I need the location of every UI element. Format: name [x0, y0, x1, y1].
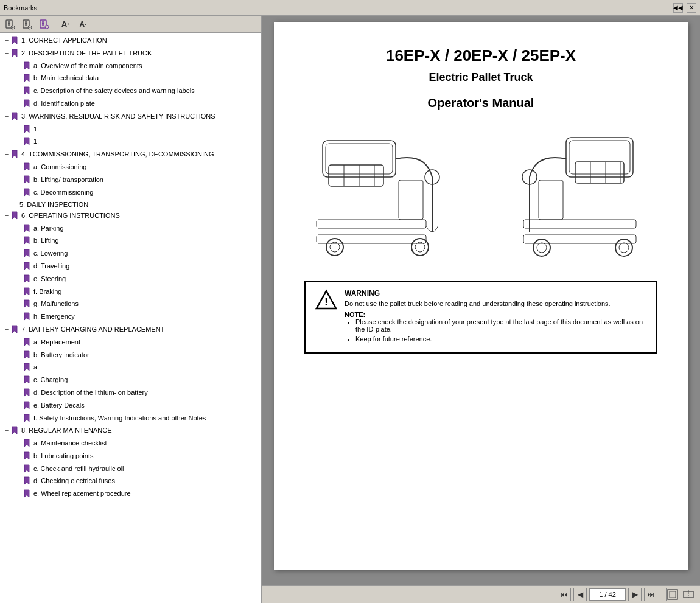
tree-item-ch3b[interactable]: 1.: [0, 136, 261, 149]
truck-left-illustration: [304, 128, 475, 262]
document-page: 16EP-X / 20EP-X / 25EP-X Electric Pallet…: [274, 22, 688, 570]
tree-item-ch6d[interactable]: d. Travelling: [0, 261, 261, 274]
tree-item-ch2c[interactable]: c. Description of the safety devices and…: [0, 86, 261, 99]
tree-item-ch8[interactable]: −8. REGULAR MAINTENANCE: [0, 425, 261, 438]
warning-text: Do not use the pallet truck before readi…: [345, 300, 646, 307]
tree-item-ch8c[interactable]: c. Check and refill hydraulic oil: [0, 464, 261, 476]
tree-item-ch2a[interactable]: a. Overview of the main components: [0, 61, 261, 74]
tree-label-ch5: 5. DAILY INSPECTION: [19, 200, 261, 209]
collapse-sidebar-button[interactable]: ◀◀: [673, 3, 683, 13]
tree-label-ch8c: c. Check and refill hydraulic oil: [33, 464, 261, 473]
warning-bullets: Please check the designation of your pre…: [345, 318, 646, 343]
tree-item-ch6f[interactable]: f. Braking: [0, 287, 261, 299]
bookmark-options1-icon[interactable]: [19, 18, 34, 31]
fit-page-button[interactable]: [666, 588, 679, 601]
svg-rect-68: [566, 138, 633, 177]
tree-toggle-ch6[interactable]: −: [2, 211, 11, 220]
next-page-button[interactable]: ▶: [628, 588, 642, 601]
bookmark-icon-ch2c: [23, 86, 32, 98]
tree-label-ch3a: 1.: [33, 125, 261, 134]
tree-item-ch7f[interactable]: f. Safety Instructions, Warning Indicati…: [0, 413, 261, 426]
tree-item-ch7ba[interactable]: a.: [0, 362, 261, 375]
tree-item-ch7c[interactable]: c. Charging: [0, 375, 261, 388]
svg-marker-52: [24, 477, 29, 484]
tree-item-ch6h[interactable]: h. Emergency: [0, 312, 261, 324]
svg-marker-44: [24, 376, 29, 383]
tree-item-ch5[interactable]: 5. DAILY INSPECTION: [0, 200, 261, 210]
tree-label-ch4c: c. Decommissioning: [33, 188, 261, 197]
tree-item-ch6b[interactable]: b. Lifting: [0, 235, 261, 248]
tree-item-ch4[interactable]: −4. TCOMMISSIONING, TRANSPORTING, DECOMM…: [0, 149, 261, 162]
tree-item-ch8a[interactable]: a. Maintenance checklist: [0, 438, 261, 451]
tree-item-ch6g[interactable]: g. Malfunctions: [0, 299, 261, 312]
bookmark-icon-ch2d: [23, 99, 32, 111]
tree-toggle-ch1[interactable]: −: [2, 36, 11, 45]
bookmark-icon-ch7f: [23, 414, 32, 425]
tree-item-ch6e[interactable]: e. Steering: [0, 274, 261, 287]
tree-item-ch8b[interactable]: b. Lubricating points: [0, 451, 261, 464]
svg-rect-70: [575, 162, 624, 183]
bookmark-icon-ch4: [11, 150, 19, 161]
tree-item-ch7e[interactable]: e. Battery Decals: [0, 400, 261, 413]
tree-label-ch4: 4. TCOMMISSIONING, TRANSPORTING, DECOMMI…: [21, 150, 261, 159]
tree-item-ch8e[interactable]: e. Wheel replacement procedure: [0, 489, 261, 501]
bookmark-icon-ch2: [11, 49, 19, 60]
tree-label-ch6f: f. Braking: [33, 287, 261, 296]
tree-item-ch7d[interactable]: d. Description of the lithium-ion batter…: [0, 388, 261, 400]
bookmark-new-icon[interactable]: [2, 18, 17, 31]
tree-item-ch8d[interactable]: d. Checking electrical fuses: [0, 476, 261, 489]
tree-item-ch4c[interactable]: c. Decommissioning: [0, 187, 261, 200]
svg-rect-81: [539, 180, 563, 220]
tree-item-ch4b[interactable]: b. Lifting/ transportation: [0, 175, 261, 187]
tree-item-ch6a[interactable]: a. Parking: [0, 223, 261, 236]
tree-label-ch8e: e. Wheel replacement procedure: [33, 489, 261, 498]
tree-toggle-ch4[interactable]: −: [2, 150, 11, 159]
tree-toggle-ch8[interactable]: −: [2, 426, 11, 435]
last-page-button[interactable]: ⏭: [644, 588, 657, 601]
tree-item-ch7a[interactable]: a. Replacement: [0, 337, 261, 350]
bullet-2: Keep for future reference.: [355, 335, 646, 343]
bookmark-icon-ch8b: [23, 451, 32, 463]
model-title: 16EP-X / 20EP-X / 25EP-X: [304, 46, 657, 65]
tree-item-ch4a[interactable]: a. Commissioning: [0, 162, 261, 175]
tree-item-ch6[interactable]: −6. OPERATING INSTRUCTIONS: [0, 211, 261, 223]
tree-toggle-ch7[interactable]: −: [2, 325, 11, 334]
bookmark-icon-ch7b: [23, 350, 32, 362]
page-container: 16EP-X / 20EP-X / 25EP-X Electric Pallet…: [262, 16, 700, 585]
tree-item-ch7[interactable]: −7. BATTERY CHARGING AND REPLACEMENT: [0, 324, 261, 337]
tree-item-ch2d[interactable]: d. Identification plate: [0, 99, 261, 111]
svg-point-17: [45, 25, 49, 29]
text-smaller-button[interactable]: A-: [75, 18, 90, 31]
svg-marker-26: [24, 138, 29, 145]
bookmark-options2-icon[interactable]: [37, 18, 51, 31]
tree-label-ch4a: a. Commissioning: [33, 162, 261, 172]
tree-item-ch2[interactable]: −2. DESCRIPTION OF THE PALLET TRUCK: [0, 48, 261, 61]
tree-toggle-ch3[interactable]: −: [2, 112, 11, 121]
close-sidebar-button[interactable]: ✕: [687, 3, 696, 13]
bookmark-icon-ch8: [11, 426, 19, 437]
fit-width-button[interactable]: [682, 588, 695, 601]
svg-point-58: [326, 239, 343, 256]
tree-item-ch6c[interactable]: c. Lowering: [0, 248, 261, 261]
svg-marker-25: [24, 125, 29, 133]
bookmark-icon-ch8d: [23, 476, 32, 488]
tree-label-ch7d: d. Description of the lithium-ion batter…: [33, 388, 261, 397]
note-label: NOTE:: [345, 311, 646, 318]
tree-label-ch6b: b. Lifting: [33, 236, 261, 245]
tree-label-ch3: 3. WARNINGS, RESIDUAL RISK AND SAFETY IN…: [21, 112, 261, 121]
tree-item-ch2b[interactable]: b. Main technical data: [0, 73, 261, 86]
tree-item-ch3[interactable]: −3. WARNINGS, RESIDUAL RISK AND SAFETY I…: [0, 111, 261, 124]
tree-label-ch8a: a. Maintenance checklist: [33, 439, 261, 448]
tree-item-ch7b[interactable]: b. Battery indicator: [0, 350, 261, 363]
bookmark-icon-ch8a: [23, 439, 32, 450]
tree-toggle-ch2[interactable]: −: [2, 49, 11, 58]
tree-item-ch3a[interactable]: 1.: [0, 124, 261, 137]
text-larger-button[interactable]: A+: [58, 18, 73, 31]
page-number-input[interactable]: [589, 588, 626, 601]
svg-rect-56: [317, 220, 426, 228]
tree-item-ch1[interactable]: −1. CORRECT APPLICATION: [0, 35, 261, 48]
first-page-button[interactable]: ⏮: [558, 588, 571, 601]
prev-page-button[interactable]: ◀: [573, 588, 587, 601]
tree-label-ch7f: f. Safety Instructions, Warning Indicati…: [33, 414, 261, 423]
svg-marker-31: [12, 212, 17, 219]
